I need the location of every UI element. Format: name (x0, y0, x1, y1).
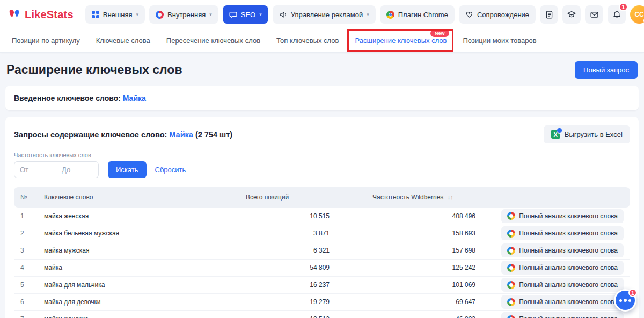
nav-internal-button[interactable]: Внутренняя ▾ (149, 5, 218, 24)
nav-seo-label: SEO (241, 11, 255, 19)
row-number: 6 (14, 293, 38, 310)
full-analysis-button[interactable]: Полный анализ ключевого слова (501, 278, 624, 292)
messages-button[interactable] (585, 5, 603, 24)
grid-icon (92, 11, 99, 18)
document-icon (545, 10, 554, 19)
row-positions: 16 237 (230, 276, 337, 293)
header-number: № (14, 187, 38, 208)
keywords-table: № Ключевое слово Всего позиций Частотнос… (14, 187, 630, 318)
reset-button[interactable]: Сбросить (155, 166, 186, 174)
row-number: 2 (14, 225, 38, 242)
full-analysis-button[interactable]: Полный анализ ключевого слова (501, 295, 624, 309)
tab-top-keywords[interactable]: Топ ключевых слов (276, 36, 339, 45)
avatar[interactable]: CC ▾ (630, 5, 644, 24)
results-card: Запросы содержащие ключевое слово: Майка… (5, 117, 639, 318)
chat-dot-icon (624, 299, 627, 302)
mail-icon (590, 10, 599, 19)
full-analysis-button[interactable]: Полный анализ ключевого слова (501, 243, 624, 257)
export-excel-button[interactable]: X Выгрузить в Excel (544, 125, 630, 143)
likestats-logo[interactable]: LikeStats (8, 8, 74, 21)
excel-icon: X (551, 130, 560, 139)
megaphone-icon (279, 11, 287, 19)
search-button[interactable]: Искать (108, 161, 147, 178)
nav-chrome-plugin-button[interactable]: Плагин Chrome (380, 5, 455, 24)
row-number: 1 (14, 208, 38, 225)
table-row: 6 майка для девочки 19 279 69 647 Полный… (14, 293, 630, 310)
notifications-button[interactable]: 1 (608, 5, 626, 24)
full-analysis-label: Полный анализ ключевого слова (519, 212, 618, 220)
new-badge: New (430, 29, 449, 37)
row-number: 3 (14, 242, 38, 259)
full-analysis-label: Полный анализ ключевого слова (519, 264, 618, 271)
nav-chrome-label: Плагин Chrome (398, 11, 448, 19)
entered-keyword-label: Введенное ключевое слово: (14, 94, 121, 102)
seo-tabs: Позиции по артикулу Ключевые слова Перес… (0, 29, 644, 52)
likestats-logo-icon (8, 8, 20, 21)
chat-notification-badge: 1 (628, 289, 637, 297)
row-frequency: 158 693 (337, 225, 481, 242)
tab-keyword-expansion-label: Расширение ключевых слов (355, 36, 447, 45)
tab-my-products-positions[interactable]: Позиции моих товаров (463, 36, 537, 45)
row-positions: 3 871 (230, 225, 337, 242)
analysis-pie-icon (507, 212, 515, 220)
tab-keywords[interactable]: Ключевые слова (96, 36, 150, 45)
chevron-down-icon: ▾ (259, 12, 262, 17)
tab-keyword-intersection[interactable]: Пересечение ключевых слов (166, 36, 260, 45)
nav-ads-button[interactable]: Управление рекламой ▾ (273, 5, 376, 24)
chevron-down-icon: ▾ (136, 12, 139, 17)
analysis-pie-icon (507, 315, 515, 318)
results-heading-prefix: Запросы содержащие ключевое слово: (14, 130, 167, 139)
analysis-pie-icon (507, 264, 515, 272)
chevron-down-icon: ▾ (367, 12, 369, 17)
row-keyword: майка бельевая мужская (38, 225, 230, 242)
row-positions: 19 279 (230, 293, 337, 310)
support-chat-button[interactable]: 1 (614, 289, 636, 312)
row-positions: 54 809 (230, 259, 337, 276)
header-frequency[interactable]: Частотность Wildberries ↓↑ (337, 187, 481, 208)
row-frequency: 157 698 (337, 242, 481, 259)
frequency-from-input[interactable] (14, 161, 56, 178)
table-body: 1 майка женская 10 515 408 496 Полный ан… (14, 208, 630, 318)
full-analysis-label: Полный анализ ключевого слова (519, 298, 618, 306)
header-positions: Всего позиций (230, 187, 337, 208)
results-heading: Запросы содержащие ключевое слово: Майка… (14, 130, 232, 139)
topbar: LikeStats Внешняя ▾ Внутренняя ▾ SEO ▾ У… (0, 0, 644, 29)
chevron-down-icon: ▾ (209, 12, 212, 17)
bell-icon (612, 10, 621, 19)
nav-support-button[interactable]: Сопровождение (459, 5, 536, 24)
full-analysis-button[interactable]: Полный анализ ключевого слова (501, 226, 624, 240)
sort-icon[interactable]: ↓↑ (448, 194, 453, 201)
row-number: 7 (14, 310, 38, 318)
row-keyword: майка мужская (38, 242, 230, 259)
results-keyword[interactable]: Майка (169, 130, 193, 139)
header-action (481, 187, 630, 208)
chat-bubble-icon (229, 11, 237, 19)
frequency-filter-label: Частотность ключевых слов (14, 152, 630, 158)
notification-badge: 1 (619, 3, 628, 11)
row-keyword: майки женские (38, 310, 230, 318)
main-content: Расширение ключевых слов Новый запрос Вв… (0, 52, 644, 318)
frequency-to-input[interactable] (56, 161, 99, 178)
full-analysis-button[interactable]: Полный анализ ключевого слова (501, 261, 624, 275)
nav-external-button[interactable]: Внешняя ▾ (85, 5, 145, 24)
reports-button[interactable] (540, 5, 558, 24)
tab-keyword-expansion[interactable]: Расширение ключевых слов New (355, 36, 447, 45)
education-button[interactable] (562, 5, 581, 24)
full-analysis-button[interactable]: Полный анализ ключевого слова (501, 209, 624, 223)
tab-positions-by-article[interactable]: Позиции по артикулу (12, 36, 80, 45)
entered-keyword-card: Введенное ключевое слово: Майка (5, 86, 639, 110)
nav-seo-button[interactable]: SEO ▾ (223, 5, 268, 24)
full-analysis-label: Полный анализ ключевого слова (519, 281, 618, 289)
row-frequency: 125 242 (337, 259, 481, 276)
entered-keyword-value[interactable]: Майка (123, 94, 146, 102)
table-row: 1 майка женская 10 515 408 496 Полный ан… (14, 208, 630, 225)
analysis-pie-icon (507, 298, 515, 306)
row-number: 4 (14, 259, 38, 276)
new-request-button[interactable]: Новый запрос (575, 61, 638, 79)
hand-heart-icon (465, 11, 473, 19)
row-keyword: майка для мальчика (38, 276, 230, 293)
row-keyword: майка (38, 259, 230, 276)
internal-analytics-icon (156, 11, 164, 19)
full-analysis-button[interactable]: Полный анализ ключевого слова (501, 312, 624, 318)
table-row: 5 майка для мальчика 16 237 101 069 Полн… (14, 276, 630, 293)
